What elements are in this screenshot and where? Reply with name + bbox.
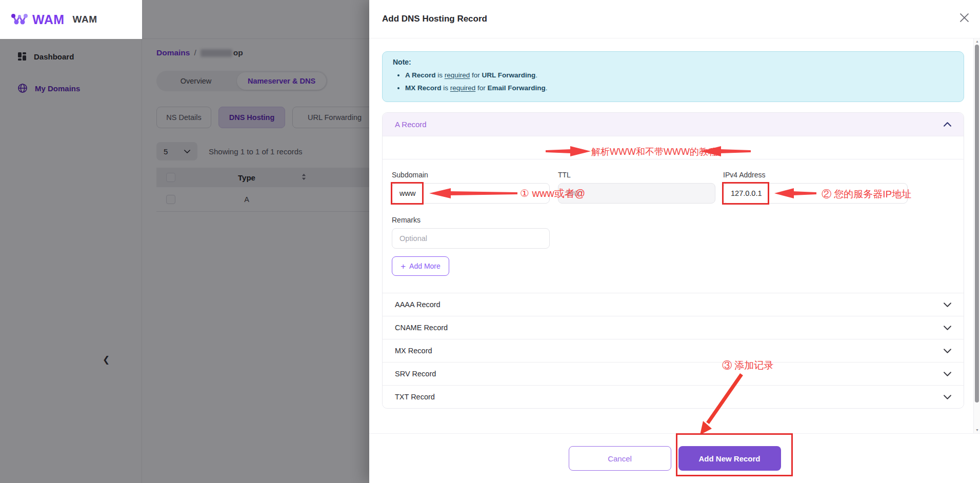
accordion-header-a-record[interactable]: A Record <box>383 113 964 136</box>
accordion-header-mx-record[interactable]: MX Record <box>383 339 964 362</box>
chevron-down-icon <box>944 349 951 353</box>
red-arrow-left <box>428 188 517 199</box>
drawer-header: Add DNS Hosting Record <box>369 0 980 38</box>
chevron-down-icon <box>944 395 951 399</box>
annotation-step1: ① www或者@ <box>520 187 585 200</box>
plus-icon: + <box>401 262 406 271</box>
drawer-title: Add DNS Hosting Record <box>382 14 487 24</box>
red-arrow-left <box>699 146 751 157</box>
ttl-label: TTL <box>558 171 715 179</box>
note-item: MX Record is required for Email Forwardi… <box>405 82 953 94</box>
app-name: WAM <box>73 14 97 25</box>
accordion-header-txt-record[interactable]: TXT Record <box>383 385 964 408</box>
red-arrow-down <box>682 371 749 439</box>
drawer-scrollbar[interactable]: ▲ ▼ <box>973 38 980 433</box>
drawer-footer: Cancel Add New Record <box>369 433 980 483</box>
remarks-input[interactable] <box>392 228 550 249</box>
note-heading: Note: <box>393 58 953 66</box>
annotation-step2: ② 您的服务器IP地址 <box>822 188 911 201</box>
subdomain-label: Subdomain <box>392 171 550 179</box>
annotation-row: 解析WWW和不带WWW的教程 <box>383 136 964 159</box>
modal-overlay[interactable] <box>0 39 369 483</box>
red-arrow-left <box>773 188 816 199</box>
chevron-down-icon <box>944 303 951 307</box>
chevron-up-icon <box>944 122 951 127</box>
scrollbar-thumb[interactable] <box>975 45 979 402</box>
logo-wordmark: WAM <box>32 12 65 27</box>
red-arrow-right <box>546 146 592 157</box>
accordion-header-srv-record[interactable]: SRV Record <box>383 362 964 385</box>
subdomain-field: Subdomain ① www或者@ <box>392 171 550 204</box>
ipv4-label: IPv4 Address <box>723 171 908 179</box>
wam-logo-icon <box>10 13 29 26</box>
modal-overlay[interactable] <box>142 0 369 39</box>
a-record-panel: 解析WWW和不带WWW的教程 Subdomain <box>383 136 964 276</box>
remarks-field: Remarks <box>392 216 550 249</box>
accordion-header-cname-record[interactable]: CNAME Record <box>383 316 964 339</box>
logo-block: WAM WAM <box>0 0 142 39</box>
accordion-header-aaaa-record[interactable]: AAAA Record <box>383 293 964 316</box>
annotation-step3: ③ 添加记录 <box>722 359 773 372</box>
chevron-down-icon <box>944 372 951 376</box>
add-dns-record-drawer: Add DNS Hosting Record Note: A Record is… <box>369 0 980 483</box>
add-new-record-button[interactable]: Add New Record <box>678 446 781 471</box>
cancel-button[interactable]: Cancel <box>569 446 671 471</box>
note-item: A Record is required for URL Forwarding. <box>405 69 953 82</box>
remarks-label: Remarks <box>392 216 550 224</box>
add-more-button[interactable]: + Add More <box>392 256 449 276</box>
record-accordion: A Record 解析WWW和不带WWW的教程 Subdomain <box>382 112 964 409</box>
note-box: Note: A Record is required for URL Forwa… <box>382 51 964 102</box>
chevron-down-icon <box>944 326 951 330</box>
scroll-up-icon[interactable]: ▲ <box>975 39 979 43</box>
drawer-body: Note: A Record is required for URL Forwa… <box>369 38 973 433</box>
ipv4-field: IPv4 Address ② 您的服务器IP地址 <box>723 171 908 204</box>
annotation-tutorial: 解析WWW和不带WWW的教程 <box>591 146 717 158</box>
scroll-down-icon[interactable]: ▼ <box>975 428 979 432</box>
close-icon[interactable] <box>960 13 969 22</box>
